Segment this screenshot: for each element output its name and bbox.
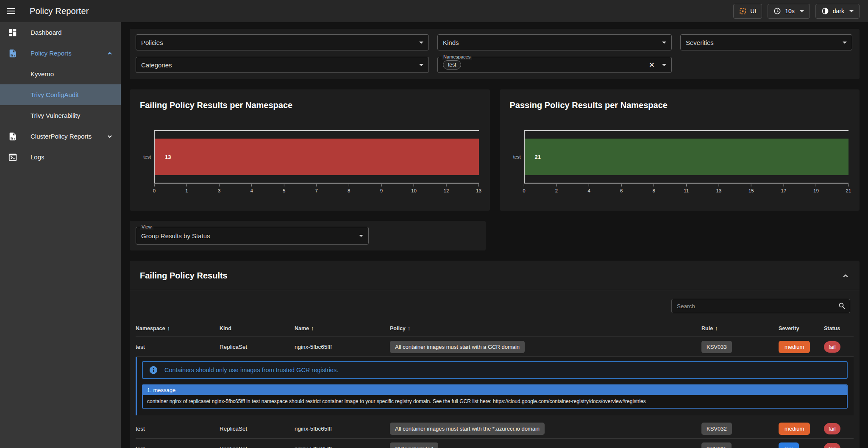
sidebar-item-trivy-vulnerability[interactable]: Trivy Vulnerability	[0, 105, 121, 126]
cell-name: nginx-5fbc65fff	[295, 445, 390, 448]
ui-version-button[interactable]: UI	[733, 4, 762, 19]
namespaces-filter-select[interactable]: Namespaces test ✕	[437, 57, 672, 73]
severities-filter-select[interactable]: Severities	[680, 34, 852, 50]
cell-severity: medium	[779, 341, 824, 353]
x-tick-label: 19	[813, 184, 819, 193]
cell-policy: All container images must start with a G…	[390, 341, 701, 353]
clear-filter-icon[interactable]: ✕	[649, 61, 655, 69]
view-select-label: View	[140, 224, 153, 230]
x-tick-label: 4	[250, 184, 253, 193]
sort-asc-icon: ↑	[715, 325, 718, 331]
sidebar-item-clusterpolicy-reports[interactable]: ClusterPolicy Reports	[0, 126, 121, 147]
x-tick-label: 7	[315, 184, 318, 193]
hamburger-icon	[7, 8, 15, 14]
cell-status: fail	[824, 423, 854, 434]
policy-description-alert: Containers should only use images from t…	[142, 361, 848, 379]
rule-chip[interactable]: KSV032	[701, 423, 732, 435]
filters-toolbar: Policies Kinds Severities Categories	[130, 29, 860, 79]
results-card-title: Failing Policy Results	[140, 271, 228, 281]
x-tick-label: 5	[283, 184, 285, 193]
chevron-down-icon	[662, 42, 666, 44]
cell-rule: KSV033	[701, 341, 779, 353]
policy-chip[interactable]: CPU not limited	[390, 442, 438, 448]
x-tick-label: 17	[781, 184, 786, 193]
namespace-chip[interactable]: test	[443, 60, 461, 70]
report-icon	[8, 132, 18, 141]
passing-results-chart: Passing Policy Results per Namespace tes…	[500, 89, 860, 211]
chevron-up-icon	[841, 271, 850, 281]
table-header-row: Namespace↑ Kind Name↑ Policy↑ Rule↑ Seve…	[136, 320, 854, 337]
cell-kind: ReplicaSet	[220, 445, 295, 448]
cell-severity: low	[779, 442, 824, 448]
table-row[interactable]: test ReplicaSet nginx-5fbc65fff All cont…	[136, 419, 854, 439]
sort-asc-icon: ↑	[311, 325, 314, 331]
bar-value-label: 13	[165, 153, 171, 160]
chevron-down-icon	[662, 64, 666, 66]
chevron-up-icon	[106, 49, 114, 58]
menu-toggle-button[interactable]	[0, 0, 22, 22]
theme-select[interactable]: dark	[815, 4, 860, 19]
app-bar-actions: UI 10s dark	[733, 4, 868, 19]
x-tick-label: 3	[218, 184, 220, 193]
column-header-policy[interactable]: Policy↑	[390, 325, 701, 331]
policy-chip[interactable]: All container images must start with a G…	[390, 341, 525, 353]
sidebar-item-trivy-configaudit[interactable]: Trivy ConfigAudit	[0, 84, 121, 105]
x-tick-label: 0	[153, 184, 156, 193]
message-property: 1. message container nginx of replicaset…	[142, 384, 848, 409]
x-axis-ticks: 02468111315171921	[524, 184, 849, 195]
sort-asc-icon: ↑	[408, 325, 411, 331]
chevron-down-icon	[419, 64, 423, 66]
sidebar-item-kyverno[interactable]: Kyverno	[0, 64, 121, 84]
chevron-down-icon	[359, 235, 363, 237]
rule-chip[interactable]: KSV033	[701, 341, 732, 353]
chart-category-label: test	[513, 154, 521, 159]
refresh-interval-select[interactable]: 10s	[768, 4, 810, 19]
console-icon	[8, 153, 18, 162]
x-tick-label: 0	[523, 184, 525, 193]
table-row[interactable]: test ReplicaSet nginx-5fbc65fff CPU not …	[136, 439, 854, 448]
cell-rule: KSV032	[701, 423, 779, 435]
search-icon[interactable]	[838, 302, 846, 310]
cell-namespace: test	[136, 445, 220, 448]
results-table: Namespace↑ Kind Name↑ Policy↑ Rule↑ Seve…	[130, 320, 860, 448]
cell-name: nginx-5fbc65fff	[295, 344, 390, 350]
sidebar-item-logs[interactable]: Logs	[0, 147, 121, 167]
x-tick-label: 13	[716, 184, 721, 193]
cell-kind: ReplicaSet	[220, 426, 295, 432]
policy-chip[interactable]: All container images must start with the…	[390, 423, 545, 435]
column-header-rule[interactable]: Rule↑	[701, 325, 779, 331]
column-header-severity[interactable]: Severity	[779, 326, 824, 331]
x-tick-label: 21	[846, 184, 851, 193]
chevron-down-icon	[849, 10, 854, 12]
chart-category-label: test	[143, 154, 151, 159]
sidebar-item-policy-reports[interactable]: Policy Reports	[0, 43, 121, 64]
bar-value-label: 21	[535, 153, 541, 160]
x-tick-label: 4	[587, 184, 590, 193]
message-property-value: container nginx of replicaset nginx-5fbc…	[143, 395, 847, 408]
sidebar-item-dashboard[interactable]: Dashboard	[0, 22, 121, 43]
view-select[interactable]: View Group Results by Status	[136, 227, 369, 245]
collapse-card-button[interactable]	[841, 271, 850, 281]
column-header-namespace[interactable]: Namespace↑	[136, 325, 220, 331]
status-badge: fail	[824, 341, 840, 353]
column-header-kind[interactable]: Kind	[220, 326, 295, 331]
table-row[interactable]: test ReplicaSet nginx-5fbc65fff All cont…	[136, 337, 854, 357]
main-content: Policies Kinds Severities Categories	[121, 22, 868, 448]
x-axis-ticks: 01345789101213	[154, 184, 479, 195]
cell-status: fail	[824, 341, 854, 353]
cell-kind: ReplicaSet	[220, 344, 295, 350]
kinds-filter-select[interactable]: Kinds	[437, 34, 672, 50]
policy-description-text: Containers should only use images from t…	[164, 367, 338, 373]
rule-chip[interactable]: KSV011	[701, 442, 732, 448]
policies-filter-select[interactable]: Policies	[136, 34, 429, 50]
x-tick-label: 10	[411, 184, 417, 193]
report-icon	[8, 49, 18, 58]
cell-name: nginx-5fbc65fff	[295, 426, 390, 432]
failing-results-card: Failing Policy Results Namespace↑ Kind N…	[130, 261, 860, 448]
column-header-name[interactable]: Name↑	[295, 325, 390, 331]
x-tick-label: 11	[684, 184, 689, 193]
categories-filter-select[interactable]: Categories	[136, 57, 429, 73]
clock-icon	[773, 7, 781, 15]
column-header-status[interactable]: Status	[824, 326, 854, 331]
search-input[interactable]	[671, 299, 850, 313]
